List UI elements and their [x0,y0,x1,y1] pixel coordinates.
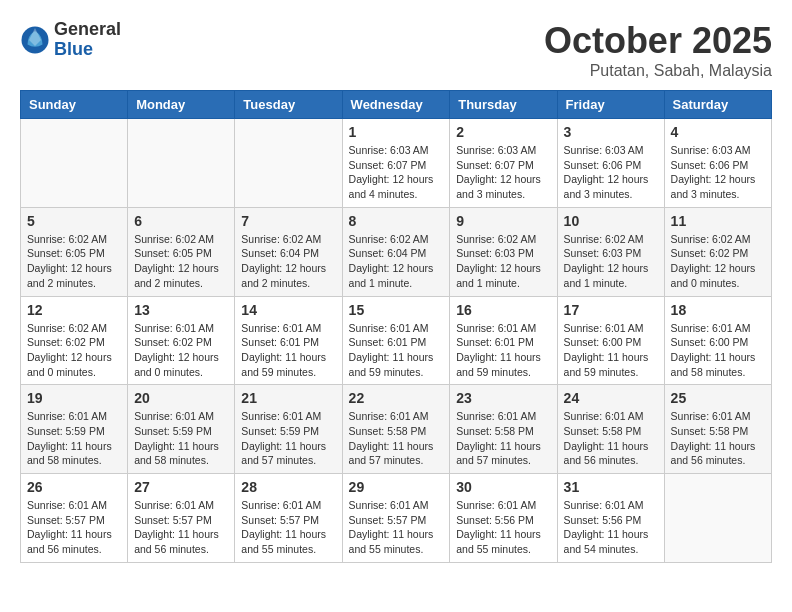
day-number: 14 [241,302,335,318]
day-of-week-header: Sunday [21,91,128,119]
calendar-day-cell: 13Sunrise: 6:01 AM Sunset: 6:02 PM Dayli… [128,296,235,385]
day-number: 25 [671,390,765,406]
calendar-week-row: 19Sunrise: 6:01 AM Sunset: 5:59 PM Dayli… [21,385,772,474]
calendar-day-cell: 21Sunrise: 6:01 AM Sunset: 5:59 PM Dayli… [235,385,342,474]
calendar-week-row: 1Sunrise: 6:03 AM Sunset: 6:07 PM Daylig… [21,119,772,208]
day-number: 7 [241,213,335,229]
calendar-day-cell: 19Sunrise: 6:01 AM Sunset: 5:59 PM Dayli… [21,385,128,474]
day-number: 11 [671,213,765,229]
day-info: Sunrise: 6:01 AM Sunset: 5:58 PM Dayligh… [564,409,658,468]
day-info: Sunrise: 6:01 AM Sunset: 5:56 PM Dayligh… [456,498,550,557]
day-info: Sunrise: 6:01 AM Sunset: 5:59 PM Dayligh… [241,409,335,468]
day-info: Sunrise: 6:03 AM Sunset: 6:07 PM Dayligh… [349,143,444,202]
day-number: 31 [564,479,658,495]
day-number: 26 [27,479,121,495]
day-info: Sunrise: 6:02 AM Sunset: 6:04 PM Dayligh… [349,232,444,291]
calendar-day-cell: 26Sunrise: 6:01 AM Sunset: 5:57 PM Dayli… [21,474,128,563]
calendar-day-cell: 30Sunrise: 6:01 AM Sunset: 5:56 PM Dayli… [450,474,557,563]
day-number: 12 [27,302,121,318]
day-of-week-header: Saturday [664,91,771,119]
logo-icon [20,25,50,55]
calendar-day-cell: 31Sunrise: 6:01 AM Sunset: 5:56 PM Dayli… [557,474,664,563]
day-info: Sunrise: 6:03 AM Sunset: 6:07 PM Dayligh… [456,143,550,202]
day-info: Sunrise: 6:01 AM Sunset: 5:59 PM Dayligh… [134,409,228,468]
logo: General Blue [20,20,121,60]
calendar-day-cell: 28Sunrise: 6:01 AM Sunset: 5:57 PM Dayli… [235,474,342,563]
day-info: Sunrise: 6:01 AM Sunset: 5:58 PM Dayligh… [671,409,765,468]
day-number: 17 [564,302,658,318]
day-number: 2 [456,124,550,140]
day-number: 20 [134,390,228,406]
calendar-day-cell: 25Sunrise: 6:01 AM Sunset: 5:58 PM Dayli… [664,385,771,474]
day-info: Sunrise: 6:01 AM Sunset: 5:57 PM Dayligh… [134,498,228,557]
logo-general: General [54,20,121,40]
calendar-day-cell: 15Sunrise: 6:01 AM Sunset: 6:01 PM Dayli… [342,296,450,385]
calendar-day-cell: 14Sunrise: 6:01 AM Sunset: 6:01 PM Dayli… [235,296,342,385]
calendar-day-cell: 24Sunrise: 6:01 AM Sunset: 5:58 PM Dayli… [557,385,664,474]
day-info: Sunrise: 6:03 AM Sunset: 6:06 PM Dayligh… [564,143,658,202]
calendar-header-row: SundayMondayTuesdayWednesdayThursdayFrid… [21,91,772,119]
day-number: 10 [564,213,658,229]
day-of-week-header: Friday [557,91,664,119]
calendar-day-cell: 22Sunrise: 6:01 AM Sunset: 5:58 PM Dayli… [342,385,450,474]
day-of-week-header: Monday [128,91,235,119]
day-info: Sunrise: 6:03 AM Sunset: 6:06 PM Dayligh… [671,143,765,202]
day-info: Sunrise: 6:02 AM Sunset: 6:02 PM Dayligh… [27,321,121,380]
day-of-week-header: Wednesday [342,91,450,119]
calendar-day-cell: 3Sunrise: 6:03 AM Sunset: 6:06 PM Daylig… [557,119,664,208]
calendar-day-cell [21,119,128,208]
day-info: Sunrise: 6:01 AM Sunset: 5:57 PM Dayligh… [241,498,335,557]
day-number: 27 [134,479,228,495]
day-number: 13 [134,302,228,318]
day-number: 22 [349,390,444,406]
month-title: October 2025 [544,20,772,62]
calendar-day-cell: 27Sunrise: 6:01 AM Sunset: 5:57 PM Dayli… [128,474,235,563]
day-of-week-header: Thursday [450,91,557,119]
day-info: Sunrise: 6:01 AM Sunset: 6:01 PM Dayligh… [456,321,550,380]
calendar-day-cell: 12Sunrise: 6:02 AM Sunset: 6:02 PM Dayli… [21,296,128,385]
day-number: 21 [241,390,335,406]
day-number: 4 [671,124,765,140]
calendar-day-cell [235,119,342,208]
day-number: 16 [456,302,550,318]
calendar-day-cell: 23Sunrise: 6:01 AM Sunset: 5:58 PM Dayli… [450,385,557,474]
calendar-week-row: 5Sunrise: 6:02 AM Sunset: 6:05 PM Daylig… [21,207,772,296]
day-info: Sunrise: 6:02 AM Sunset: 6:03 PM Dayligh… [564,232,658,291]
day-number: 6 [134,213,228,229]
calendar-table: SundayMondayTuesdayWednesdayThursdayFrid… [20,90,772,563]
day-number: 30 [456,479,550,495]
calendar-day-cell [128,119,235,208]
day-info: Sunrise: 6:02 AM Sunset: 6:05 PM Dayligh… [27,232,121,291]
day-info: Sunrise: 6:02 AM Sunset: 6:05 PM Dayligh… [134,232,228,291]
day-number: 3 [564,124,658,140]
day-info: Sunrise: 6:01 AM Sunset: 5:57 PM Dayligh… [349,498,444,557]
logo-text: General Blue [54,20,121,60]
calendar-day-cell: 5Sunrise: 6:02 AM Sunset: 6:05 PM Daylig… [21,207,128,296]
day-number: 23 [456,390,550,406]
page-header: General Blue October 2025 Putatan, Sabah… [20,20,772,80]
day-info: Sunrise: 6:01 AM Sunset: 6:00 PM Dayligh… [564,321,658,380]
calendar-day-cell: 18Sunrise: 6:01 AM Sunset: 6:00 PM Dayli… [664,296,771,385]
day-number: 1 [349,124,444,140]
day-number: 8 [349,213,444,229]
day-info: Sunrise: 6:02 AM Sunset: 6:02 PM Dayligh… [671,232,765,291]
calendar-day-cell: 29Sunrise: 6:01 AM Sunset: 5:57 PM Dayli… [342,474,450,563]
location: Putatan, Sabah, Malaysia [544,62,772,80]
day-info: Sunrise: 6:01 AM Sunset: 5:59 PM Dayligh… [27,409,121,468]
day-info: Sunrise: 6:01 AM Sunset: 6:02 PM Dayligh… [134,321,228,380]
day-info: Sunrise: 6:01 AM Sunset: 6:00 PM Dayligh… [671,321,765,380]
day-number: 9 [456,213,550,229]
day-info: Sunrise: 6:01 AM Sunset: 5:58 PM Dayligh… [456,409,550,468]
day-number: 19 [27,390,121,406]
day-info: Sunrise: 6:01 AM Sunset: 5:58 PM Dayligh… [349,409,444,468]
day-number: 24 [564,390,658,406]
calendar-day-cell: 1Sunrise: 6:03 AM Sunset: 6:07 PM Daylig… [342,119,450,208]
day-info: Sunrise: 6:01 AM Sunset: 5:57 PM Dayligh… [27,498,121,557]
title-area: October 2025 Putatan, Sabah, Malaysia [544,20,772,80]
calendar-day-cell: 8Sunrise: 6:02 AM Sunset: 6:04 PM Daylig… [342,207,450,296]
calendar-day-cell: 6Sunrise: 6:02 AM Sunset: 6:05 PM Daylig… [128,207,235,296]
calendar-day-cell: 11Sunrise: 6:02 AM Sunset: 6:02 PM Dayli… [664,207,771,296]
calendar-day-cell: 17Sunrise: 6:01 AM Sunset: 6:00 PM Dayli… [557,296,664,385]
day-number: 28 [241,479,335,495]
day-of-week-header: Tuesday [235,91,342,119]
